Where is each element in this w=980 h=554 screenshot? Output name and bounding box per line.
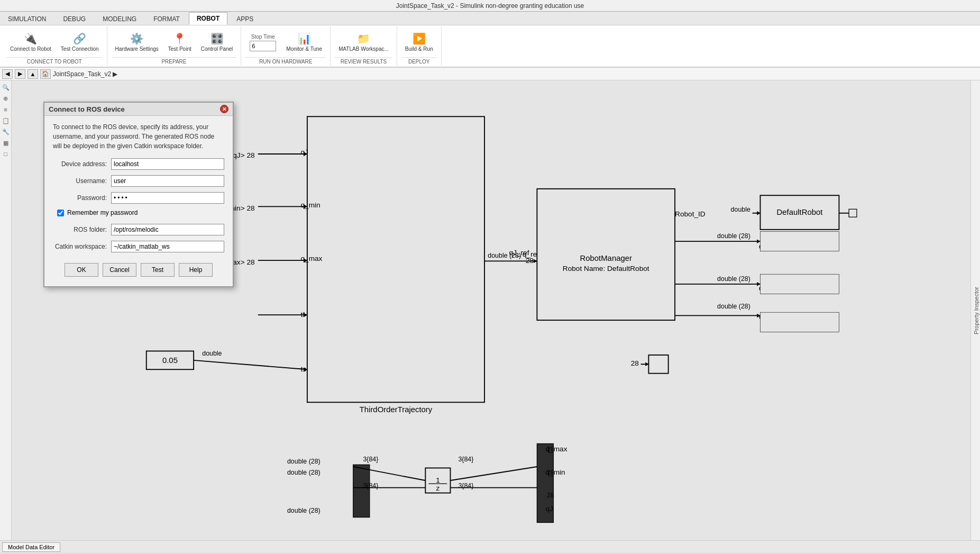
hardware-settings-icon: ⚙️	[130, 32, 143, 45]
username-row: Username:	[53, 175, 224, 187]
connect-robot-icon: 🔌	[24, 32, 37, 45]
test-connection-icon: 🔗	[73, 32, 86, 45]
connect-to-robot-button[interactable]: 🔌 Connect to Robot	[6, 30, 55, 55]
catkin-workspace-row: Catkin workspace:	[53, 241, 224, 252]
section-label-connect: CONNECT TO ROBOT	[6, 57, 103, 65]
stop-time-group: Stop Time	[245, 32, 280, 53]
build-run-button[interactable]: ▶️ Build & Run	[401, 30, 437, 55]
ribbon-section-review: 📁 MATLAB Workspac... REVIEW RESULTS	[331, 26, 397, 66]
title-text: JointSpace_Task_v2 - Simulink non-degree…	[396, 2, 584, 10]
remember-password-checkbox[interactable]	[57, 210, 64, 216]
nav-bar: ◀ ▶ ▲ 🏠 JointSpace_Task_v2 ▶	[0, 68, 980, 80]
breadcrumb: JointSpace_Task_v2 ▶	[53, 70, 117, 78]
test-point-button[interactable]: 📍 Test Point	[164, 30, 195, 55]
username-input[interactable]	[111, 175, 224, 187]
breadcrumb-model[interactable]: JointSpace_Task_v2	[53, 70, 111, 78]
username-label: Username:	[53, 177, 111, 185]
model-data-editor-tab[interactable]: Model Data Editor	[2, 542, 60, 552]
test-point-icon: 📍	[173, 32, 186, 45]
help-button[interactable]: Help	[179, 263, 213, 277]
test-button[interactable]: Test	[141, 263, 175, 277]
remember-password-row: Remember my password	[53, 209, 224, 216]
monitor-tune-icon: 📊	[298, 32, 311, 45]
matlab-workspace-icon: 📁	[357, 32, 370, 45]
remember-password-label: Remember my password	[67, 209, 138, 216]
dialog-overlay: Connect to ROS device ✕ To connect to th…	[12, 80, 970, 540]
device-address-input[interactable]	[111, 158, 224, 170]
tab-apps[interactable]: APPS	[228, 12, 261, 25]
sidebar-icon-1[interactable]: 🔍	[1, 83, 11, 92]
left-sidebar: 🔍 ⊕ ≡ 📋 🔧 ▦ □	[0, 80, 12, 540]
section-label-deploy: DEPLOY	[401, 57, 437, 65]
ribbon-section-run: Stop Time 📊 Monitor & Tune RUN ON HARDWA…	[241, 26, 331, 66]
dialog-body: To connect to the ROS device, specify it…	[44, 116, 233, 286]
right-sidebar: Property Inspector	[970, 80, 980, 540]
nav-home-button[interactable]: 🏠	[40, 69, 51, 79]
main-area: 🔍 ⊕ ≡ 📋 🔧 ▦ □ ThirdOrderTrajectory <qJ> …	[0, 80, 980, 540]
password-input[interactable]	[111, 192, 224, 204]
sidebar-icon-7[interactable]: □	[1, 149, 11, 159]
tab-debug[interactable]: DEBUG	[55, 12, 94, 25]
ros-folder-row: ROS folder:	[53, 224, 224, 235]
tab-robot[interactable]: ROBOT	[189, 12, 227, 25]
cancel-button[interactable]: Cancel	[103, 263, 136, 277]
title-bar: JointSpace_Task_v2 - Simulink non-degree…	[0, 0, 980, 12]
ribbon-section-prepare: ⚙️ Hardware Settings 📍 Test Point 🎛️ Con…	[107, 26, 242, 66]
nav-back-button[interactable]: ◀	[2, 69, 13, 79]
connect-to-ros-dialog: Connect to ROS device ✕ To connect to th…	[43, 102, 234, 287]
nav-forward-button[interactable]: ▶	[15, 69, 25, 79]
monitor-tune-button[interactable]: 📊 Monitor & Tune	[282, 30, 326, 55]
sidebar-icon-2[interactable]: ⊕	[1, 94, 11, 103]
sidebar-icon-5[interactable]: 🔧	[1, 127, 11, 137]
device-address-label: Device address:	[53, 160, 111, 168]
sidebar-icon-4[interactable]: 📋	[1, 116, 11, 125]
ok-button[interactable]: OK	[65, 263, 98, 277]
canvas-area: ThirdOrderTrajectory <qJ> 28 qJ <q_min> …	[12, 80, 970, 540]
ribbon-section-connect: 🔌 Connect to Robot 🔗 Test Connection CON…	[2, 26, 107, 66]
section-label-prepare: PREPARE	[112, 57, 237, 65]
control-panel-button[interactable]: 🎛️ Control Panel	[197, 30, 237, 55]
hardware-settings-button[interactable]: ⚙️ Hardware Settings	[112, 30, 162, 55]
ros-folder-label: ROS folder:	[53, 226, 111, 233]
catkin-workspace-label: Catkin workspace:	[53, 243, 111, 250]
dialog-title-bar: Connect to ROS device ✕	[44, 103, 233, 116]
tab-modeling[interactable]: MODELING	[95, 12, 144, 25]
ribbon-section-deploy: ▶️ Build & Run DEPLOY	[397, 26, 442, 66]
section-label-run: RUN ON HARDWARE	[245, 57, 326, 65]
dialog-close-button[interactable]: ✕	[220, 105, 228, 113]
catkin-workspace-input[interactable]	[111, 241, 224, 252]
control-panel-icon: 🎛️	[210, 32, 224, 45]
ribbon-toolbar: 🔌 Connect to Robot 🔗 Test Connection CON…	[0, 25, 980, 68]
model-data-editor-bar: Model Data Editor	[0, 540, 980, 553]
dialog-description: To connect to the ROS device, specify it…	[53, 122, 224, 151]
tab-format[interactable]: FORMAT	[145, 12, 188, 25]
ros-folder-input[interactable]	[111, 224, 224, 235]
nav-up-button[interactable]: ▲	[28, 69, 38, 79]
dialog-buttons: OK Cancel Test Help	[53, 258, 224, 280]
sidebar-icon-3[interactable]: ≡	[1, 105, 11, 114]
section-label-review: REVIEW RESULTS	[335, 57, 392, 65]
password-row: Password:	[53, 192, 224, 204]
dialog-title-text: Connect to ROS device	[49, 105, 125, 113]
ribbon-tabs: SIMULATION DEBUG MODELING FORMAT ROBOT A…	[0, 12, 980, 25]
property-inspector-label: Property Inspector	[971, 285, 980, 337]
breadcrumb-arrow: ▶	[113, 70, 117, 78]
password-label: Password:	[53, 194, 111, 202]
stop-time-input[interactable]	[250, 41, 276, 51]
matlab-workspace-button[interactable]: 📁 MATLAB Workspac...	[335, 30, 392, 55]
build-run-icon: ▶️	[413, 32, 426, 45]
sidebar-icon-6[interactable]: ▦	[1, 138, 11, 148]
device-address-row: Device address:	[53, 158, 224, 170]
test-connection-button[interactable]: 🔗 Test Connection	[57, 30, 103, 55]
tab-simulation[interactable]: SIMULATION	[0, 12, 54, 25]
